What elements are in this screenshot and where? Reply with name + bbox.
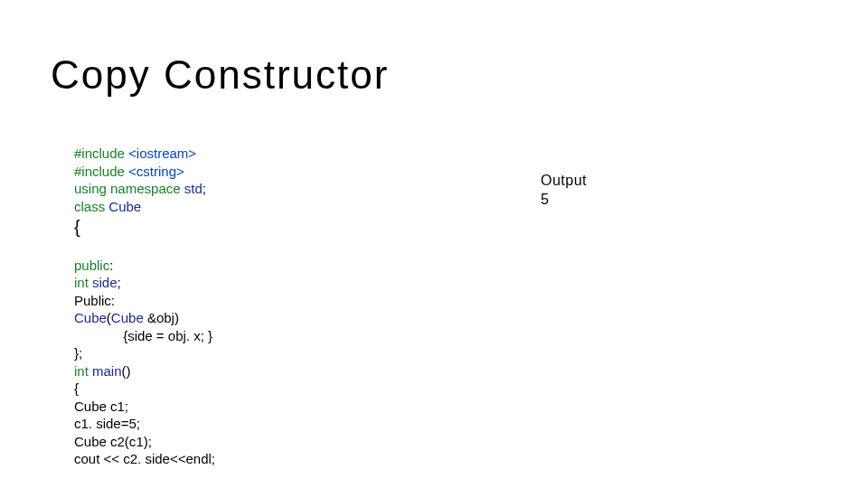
text: c: [74, 416, 81, 431]
brace: {: [74, 380, 79, 396]
code-line: {side = obj. x; }: [74, 327, 215, 345]
code-line: public:: [74, 257, 215, 275]
punct: ;: [203, 181, 206, 196]
code-line: {: [74, 215, 215, 239]
output-value: 5: [541, 191, 587, 210]
output-block: Output 5: [541, 172, 587, 210]
keyword: using: [74, 181, 110, 196]
brace: {: [74, 217, 80, 237]
keyword: public: [74, 258, 109, 273]
identifier: side: [92, 275, 118, 290]
text: 1;: [118, 399, 129, 414]
keyword: namespace: [110, 181, 184, 196]
header-name: <iostream>: [128, 145, 196, 161]
output-label: Output: [541, 172, 587, 191]
code-line: using namespace std;: [74, 180, 215, 198]
code-line: int side;: [74, 274, 215, 292]
code-line: Cube c1;: [74, 398, 215, 416]
keyword: int: [74, 363, 92, 379]
code-block: #include <iostream> #include <cstring> u…: [74, 145, 215, 468]
directive: #include: [74, 145, 128, 161]
punct: ;: [118, 275, 121, 290]
member: side: [145, 451, 170, 466]
text: 1.: [81, 416, 97, 431]
slide: Copy Constructor #include <iostream> #in…: [0, 0, 868, 488]
text: Public: [74, 293, 111, 308]
text: 1);: [136, 434, 152, 449]
text: Cube c: [74, 434, 118, 449]
code-line: Cube c2(c1);: [74, 433, 215, 451]
code-line: class Cube: [74, 198, 215, 216]
punct: (): [122, 363, 131, 379]
code-line: #include <cstring>: [74, 163, 215, 181]
code-line: {: [74, 380, 215, 398]
punct: ): [175, 310, 179, 325]
code-line: Cube(Cube &obj): [74, 309, 215, 327]
text: <<endl: [170, 451, 212, 466]
text: Cube c: [74, 399, 118, 414]
header-name: <cstring>: [128, 164, 184, 179]
punct: ; }: [201, 328, 212, 343]
code-line: };: [74, 344, 215, 362]
member: side: [96, 416, 121, 431]
text: 2.: [130, 451, 146, 466]
code-line: #include <iostream>: [74, 145, 215, 163]
code-line: int main(): [74, 362, 215, 380]
keyword: class: [74, 199, 108, 214]
param: &obj: [147, 310, 175, 325]
punct: :: [111, 293, 115, 308]
type-name: Cube: [111, 310, 147, 325]
text: 2(c: [118, 434, 137, 449]
text: cout << c: [74, 451, 130, 466]
code-line: Public:: [74, 292, 215, 310]
class-name: Cube: [108, 199, 141, 214]
text: =5;: [121, 416, 140, 431]
code-line: cout << c2. side<<endl;: [74, 450, 215, 468]
code-line: c1. side=5;: [74, 415, 215, 433]
punct: ;: [212, 451, 215, 466]
func-name: main: [92, 363, 122, 379]
text: {: [74, 328, 127, 343]
punct: :: [109, 258, 113, 273]
blank-line: [74, 239, 215, 257]
identifier: std: [184, 181, 203, 196]
ctor-name: Cube: [74, 310, 107, 325]
directive: #include: [74, 164, 128, 179]
keyword: int: [74, 275, 92, 290]
text: side = obj. x: [127, 328, 200, 343]
slide-title: Copy Constructor: [51, 52, 389, 98]
punct: };: [74, 345, 82, 361]
